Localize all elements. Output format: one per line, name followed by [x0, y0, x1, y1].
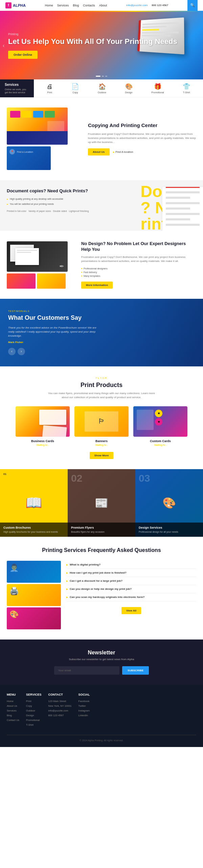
- service-print[interactable]: 🖨 Print: [47, 83, 53, 94]
- promotional-label: Promotional: [151, 91, 164, 94]
- footer-instagram[interactable]: Instagram: [78, 709, 90, 712]
- cc-image: ★ ★: [133, 406, 187, 437]
- footer: Menu Home About Us Services Blog Contact…: [0, 685, 203, 747]
- faq-question-4[interactable]: Can you design or help me design my prin…: [66, 587, 196, 590]
- footer-link-about[interactable]: About Us: [7, 704, 19, 707]
- tshirt-label: T-Shirt: [183, 91, 190, 94]
- nav-services[interactable]: Services: [57, 4, 69, 7]
- footer-svc-design[interactable]: Design: [26, 714, 41, 717]
- faq-question-2[interactable]: How can I get my print job done is finis…: [66, 571, 196, 574]
- print-label: Print: [47, 91, 52, 94]
- testimonial-label: Testimonials: [8, 310, 103, 312]
- hero-cta-button[interactable]: Order Online: [8, 51, 38, 59]
- design-main-image: ✒: [7, 241, 68, 272]
- cc-sub: Starting At...: [133, 444, 187, 446]
- copying-text: Copying And Printing Center Frustration …: [88, 122, 196, 155]
- footer-linkedin[interactable]: LinkedIn: [78, 714, 90, 717]
- footer-link-services[interactable]: Services: [7, 709, 19, 712]
- nav-contacts[interactable]: Contacts: [83, 4, 95, 7]
- service-tshirt[interactable]: 👕 T-Shirt: [183, 83, 190, 94]
- testimonial-next-arrow[interactable]: ›: [18, 348, 25, 355]
- navbar: f ALPHA Home Services Blog Contacts Abou…: [0, 0, 203, 11]
- design-images: ✒: [7, 241, 74, 289]
- document-left: Document copies? Need Quick Prints? High…: [0, 180, 203, 231]
- search-icon: 🔍: [190, 3, 195, 7]
- document-tags: Printed in full-color Variety of paper s…: [7, 210, 196, 212]
- faq-images: 👨‍💼 🖨️ 🎨: [7, 561, 61, 629]
- subscribe-button[interactable]: SUBSCRIBE: [122, 666, 149, 675]
- brochure-title-1: Custom Brochures: [3, 526, 64, 529]
- banner-name: Banners: [74, 439, 129, 443]
- faq-question-1[interactable]: What is digital printing?: [66, 563, 196, 566]
- faq-question-5[interactable]: Can you scan my hardcopy originals into …: [66, 596, 196, 599]
- design-features: Professional designers Fast delivery Man…: [81, 267, 196, 277]
- service-copy[interactable]: 📄 Copy: [71, 83, 79, 94]
- outdoor-icon: 🏠: [98, 83, 106, 90]
- service-outdoor[interactable]: 🏠 Outdoor: [98, 83, 106, 94]
- newsletter-desc: Subscribe our newsletter to get latest n…: [7, 658, 196, 661]
- copy-secondary-image: 📍 Find a Location: [7, 146, 51, 170]
- promotional-icon: 🎁: [154, 83, 161, 90]
- bc-name: Business Cards: [16, 439, 70, 443]
- about-button[interactable]: About Us: [88, 148, 110, 155]
- hero-title: Let Us Help You With All Of Your Printin…: [8, 37, 177, 46]
- faq-title: Printing Services Frequently Asked Quest…: [7, 547, 196, 554]
- nav-contact-info: info@puzzlie.com 800 123 4567: [126, 4, 168, 7]
- bc-sub: Starting At...: [16, 444, 70, 446]
- nav-phone: 800 123 4567: [152, 4, 168, 7]
- document-title: Document copies? Need Quick Prints?: [7, 188, 196, 194]
- design-dot-1: [81, 268, 82, 269]
- footer-link-home[interactable]: Home: [7, 700, 19, 703]
- bc-image: [16, 406, 70, 437]
- nav-links: Home Services Blog Contacts About: [45, 4, 107, 7]
- location-link[interactable]: Find A location: [113, 150, 133, 153]
- nav-about[interactable]: About: [99, 4, 107, 7]
- footer-svc-promo[interactable]: Promotional: [26, 719, 41, 722]
- footer-email[interactable]: info@puzzlie.com: [48, 709, 71, 712]
- outdoor-label: Outdoor: [98, 91, 106, 94]
- view-all-faq-button[interactable]: View All: [121, 607, 141, 614]
- footer-svc-outdoor[interactable]: Outdoor: [26, 709, 41, 712]
- nav-blog[interactable]: Blog: [73, 4, 79, 7]
- footer-link-contact[interactable]: Contact Us: [7, 719, 19, 722]
- search-button[interactable]: 🔍: [187, 0, 198, 11]
- faq-question-3[interactable]: Can I get a discount for a large print j…: [66, 579, 196, 582]
- service-design[interactable]: 🎨 Design: [125, 83, 133, 94]
- services-label-title: Services: [5, 83, 29, 87]
- testimonial-title: What Our Customers Say: [8, 314, 103, 322]
- design-more-button[interactable]: More Information: [81, 282, 113, 289]
- hero-prev-arrow[interactable]: ‹: [3, 43, 4, 49]
- print-icon: 🖨: [47, 83, 53, 90]
- newsletter-title: Newsletter: [7, 650, 196, 656]
- copying-desc: Frustration and great Copy? Don't Bother…: [88, 132, 196, 144]
- design-dot-2: [81, 272, 82, 273]
- faq-header: Printing Services Frequently Asked Quest…: [7, 547, 196, 554]
- pens-icon: ✒: [59, 263, 64, 270]
- testimonial-arrows: ‹ ›: [8, 348, 103, 355]
- footer-svc-tshirt[interactable]: T-Shirt: [26, 723, 41, 726]
- logo[interactable]: f ALPHA: [5, 2, 26, 8]
- doc-feature-1: High quality printing at any desktop wit…: [7, 197, 196, 201]
- testimonial-prev-arrow[interactable]: ‹: [8, 348, 16, 355]
- tag-1: Printed in full-color: [7, 210, 26, 212]
- footer-facebook[interactable]: Facebook: [78, 700, 90, 703]
- services-bar: Services Online we work, you get the bes…: [0, 79, 203, 97]
- nav-home[interactable]: Home: [45, 4, 53, 7]
- show-more-button[interactable]: Show More: [90, 452, 114, 459]
- footer-copyright: © 2024 Alpha Printing. All rights reserv…: [7, 735, 196, 742]
- faq-item-1: What is digital printing?: [66, 561, 196, 569]
- faq-content: 👨‍💼 🖨️ 🎨 What is digital printing? How c…: [7, 561, 196, 629]
- services-icons: 🖨 Print 📄 Copy 🏠 Outdoor 🎨 Design 🎁 Prom…: [34, 79, 203, 97]
- service-promotional[interactable]: 🎁 Promotional: [151, 83, 164, 94]
- footer-svc-print[interactable]: Print: [26, 700, 41, 703]
- design-section: ✒ No Design? No Problem Let Our Expert D…: [0, 231, 203, 299]
- footer-svc-copy[interactable]: Copy: [26, 704, 41, 707]
- footer-col-contact: Contact 123 Main Street New York, NY 100…: [48, 693, 71, 728]
- newsletter-email-input[interactable]: [54, 666, 119, 675]
- footer-link-blog[interactable]: Blog: [7, 714, 19, 717]
- footer-twitter[interactable]: Twitter: [78, 704, 90, 707]
- testimonial-quote: Thank you for the excellent advice on th…: [8, 326, 103, 338]
- banner-sub: Starting At...: [74, 444, 129, 446]
- footer-phone[interactable]: 800 123 4567: [48, 714, 71, 717]
- doc-feature-2: You will be satisfied at your printing n…: [7, 202, 196, 206]
